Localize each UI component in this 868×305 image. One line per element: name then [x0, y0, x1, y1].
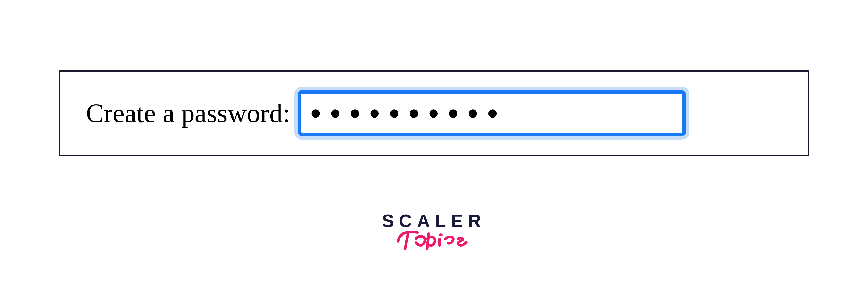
logo-topics-text	[394, 225, 478, 255]
password-input[interactable]	[298, 90, 686, 136]
scaler-topics-logo: SCALER	[382, 211, 486, 261]
password-form-container: Create a password:	[59, 70, 809, 156]
password-label: Create a password:	[86, 98, 290, 128]
